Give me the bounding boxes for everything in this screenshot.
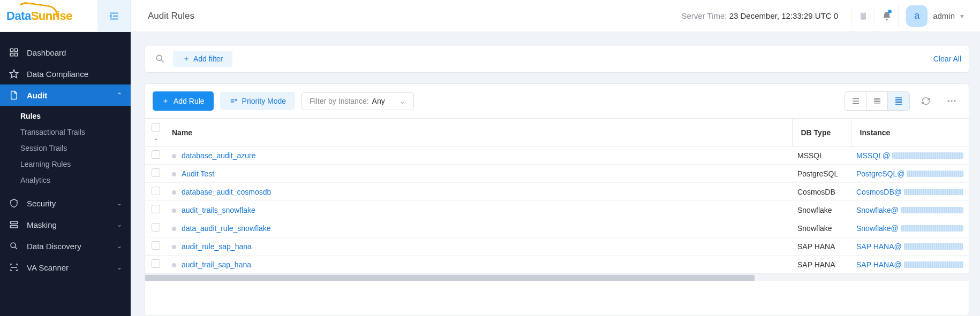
instance-link[interactable]: SAP HANA@ xyxy=(856,242,902,251)
status-dot-icon xyxy=(172,245,176,249)
svg-point-5 xyxy=(886,19,887,20)
rule-name-link[interactable]: audit_rule_sap_hana xyxy=(182,242,252,251)
select-all-checkbox[interactable] xyxy=(152,123,160,132)
row-checkbox[interactable] xyxy=(152,223,160,232)
chevron-down-icon: ▾ xyxy=(960,12,964,20)
status-dot-icon xyxy=(172,209,176,213)
sidebar-item-audit[interactable]: Audit⌃ xyxy=(0,84,131,106)
sidebar-subitem-learning-rules[interactable]: Learning Rules xyxy=(0,156,131,172)
scan-icon xyxy=(9,263,19,272)
add-rule-button[interactable]: ＋ Add Rule xyxy=(153,91,214,111)
sidebar-item-va-scanner[interactable]: VA Scanner⌄ xyxy=(0,257,131,278)
server-time: Server Time: 23 December, 12:33:29 UTC 0 xyxy=(681,11,838,20)
row-checkbox[interactable] xyxy=(152,259,160,268)
row-checkbox[interactable] xyxy=(152,150,160,159)
sidebar-subitem-transactional-trails[interactable]: Transactional Trails xyxy=(0,124,131,140)
sidebar-subitem-analytics[interactable]: Analytics xyxy=(0,172,131,188)
search-icon xyxy=(153,53,168,64)
sidebar-subitem-session-trails[interactable]: Session Trails xyxy=(0,140,131,156)
sidebar-subnav: RulesTransactional TrailsSession TrailsL… xyxy=(0,106,131,192)
svg-line-17 xyxy=(162,60,164,63)
db-type-cell: MSSQL xyxy=(792,147,851,165)
instance-link[interactable]: MSSQL@ xyxy=(856,151,890,160)
dots-icon xyxy=(946,96,957,106)
view-list-button[interactable] xyxy=(845,92,866,110)
view-dense-button[interactable] xyxy=(888,92,909,110)
logo[interactable]: DataSunrise xyxy=(0,9,97,23)
db-type-cell: Snowflake xyxy=(792,219,851,237)
rule-name-link[interactable]: audit_trails_snowflake xyxy=(182,206,255,214)
instance-redacted xyxy=(901,207,963,213)
rules-table: ⌄ Name DB Type Instance database_audit_a… xyxy=(145,118,969,274)
chevron-down-icon: ⌄ xyxy=(117,242,122,250)
status-dot-icon xyxy=(172,227,176,231)
chevron-down-icon[interactable]: ⌄ xyxy=(154,135,159,141)
sidebar-item-label: Security xyxy=(27,199,56,208)
instance-link[interactable]: Snowflake@ xyxy=(856,206,899,214)
sidebar-subitem-rules[interactable]: Rules xyxy=(0,108,131,124)
row-checkbox[interactable] xyxy=(152,241,160,250)
instance-redacted xyxy=(904,189,963,195)
add-filter-button[interactable]: ＋ Add filter xyxy=(173,51,232,67)
column-header-name[interactable]: Name xyxy=(167,119,792,147)
rule-name-link[interactable]: audit_trail_sap_hana xyxy=(182,260,251,269)
table-row[interactable]: data_audit_rule_snowflakeSnowflakeSnowfl… xyxy=(145,219,969,237)
table-row[interactable]: Audit TestPostgreSQLPostgreSQL@ xyxy=(145,165,969,183)
clear-all-button[interactable]: Clear All xyxy=(933,55,961,63)
priority-mode-label: Priority Mode xyxy=(242,97,286,105)
table-row[interactable]: audit_trail_sap_hanaSAP HANASAP HANA@ xyxy=(145,256,969,274)
logo-part1: Data xyxy=(6,9,31,22)
row-checkbox[interactable] xyxy=(152,205,160,213)
instance-link[interactable]: Snowflake@ xyxy=(856,224,899,233)
view-compact-button[interactable] xyxy=(866,92,888,110)
sidebar-item-dashboard[interactable]: Dashboard xyxy=(0,42,131,63)
sidebar-item-masking[interactable]: Masking⌄ xyxy=(0,214,131,235)
sidebar-toggle-button[interactable] xyxy=(97,0,131,32)
instance-filter-dropdown[interactable]: Filter by Instance: Any ⌄ xyxy=(301,92,414,110)
logo-part2: Sunrise xyxy=(31,9,72,22)
avatar: a xyxy=(906,5,928,27)
svg-rect-7 xyxy=(15,49,18,51)
db-type-cell: PostgreSQL xyxy=(792,165,851,183)
more-button[interactable] xyxy=(942,96,961,106)
user-menu[interactable]: a admin ▾ xyxy=(898,5,971,27)
svg-point-36 xyxy=(954,100,955,102)
svg-rect-9 xyxy=(15,53,18,56)
table-row[interactable]: audit_trails_snowflakeSnowflakeSnowflake… xyxy=(145,201,969,219)
sidebar-item-data-discovery[interactable]: Data Discovery⌄ xyxy=(0,235,131,257)
sidebar-item-security[interactable]: Security⌄ xyxy=(0,192,131,214)
sidebar-item-label: Audit xyxy=(27,91,47,100)
horizontal-scrollbar[interactable] xyxy=(145,274,969,281)
add-rule-label: Add Rule xyxy=(174,97,205,105)
sidebar-item-data-compliance[interactable]: Data Compliance xyxy=(0,63,131,84)
row-checkbox[interactable] xyxy=(152,187,160,195)
refresh-button[interactable] xyxy=(916,96,936,106)
row-checkbox[interactable] xyxy=(152,168,160,177)
instance-link[interactable]: SAP HANA@ xyxy=(856,260,902,269)
svg-point-35 xyxy=(951,100,952,102)
priority-icon xyxy=(229,97,238,105)
table-row[interactable]: audit_rule_sap_hanaSAP HANASAP HANA@ xyxy=(145,237,969,256)
svg-rect-3 xyxy=(861,12,866,19)
priority-mode-button[interactable]: Priority Mode xyxy=(220,92,295,110)
table-row[interactable]: database_audit_cosmosdbCosmosDBCosmosDB@ xyxy=(145,183,969,201)
notifications-button[interactable] xyxy=(875,5,898,27)
status-dot-icon xyxy=(172,154,176,158)
tasks-button[interactable] xyxy=(851,5,875,27)
svg-rect-6 xyxy=(10,49,13,51)
rule-name-link[interactable]: Audit Test xyxy=(182,169,214,178)
status-dot-icon xyxy=(172,263,176,267)
dense-icon xyxy=(894,96,903,106)
scrollbar-thumb[interactable] xyxy=(145,275,755,281)
column-header-dbtype[interactable]: DB Type xyxy=(792,119,851,147)
rule-name-link[interactable]: database_audit_azure xyxy=(182,151,256,160)
rule-name-link[interactable]: data_audit_rule_snowflake xyxy=(182,224,271,233)
instance-link[interactable]: PostgreSQL@ xyxy=(856,169,904,178)
column-header-instance[interactable]: Instance xyxy=(851,119,969,147)
svg-rect-11 xyxy=(10,221,18,224)
main-content: ＋ Add filter Clear All ＋ Add Rule Priori… xyxy=(131,32,980,316)
table-row[interactable]: database_audit_azureMSSQLMSSQL@ xyxy=(145,147,969,165)
plus-icon: ＋ xyxy=(183,54,190,64)
instance-link[interactable]: CosmosDB@ xyxy=(856,188,902,196)
rule-name-link[interactable]: database_audit_cosmosdb xyxy=(182,188,271,196)
